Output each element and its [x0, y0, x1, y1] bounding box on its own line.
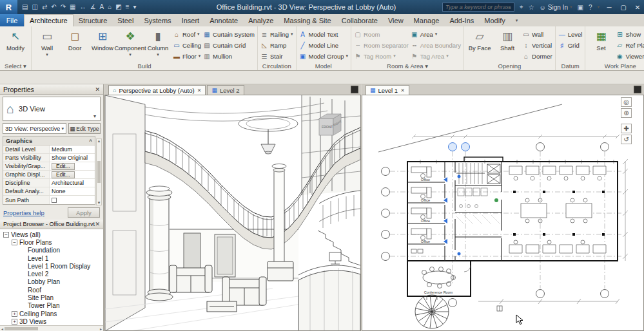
- select-panel-label[interactable]: Select ▾: [0, 62, 31, 70]
- tree-item-lobby-plan[interactable]: Lobby Plan: [1, 278, 102, 286]
- collapse-icon[interactable]: −: [3, 232, 9, 238]
- text-icon[interactable]: A: [100, 0, 104, 14]
- pan-icon[interactable]: ✚: [621, 124, 632, 133]
- tab-level-1[interactable]: ▦ Level 1 ✕: [366, 85, 409, 95]
- restore-button[interactable]: ▢: [619, 4, 628, 11]
- model-line-button[interactable]: ╱Model Line: [299, 41, 348, 50]
- roof-button[interactable]: ⌂Roof▾: [173, 30, 201, 39]
- measure-icon[interactable]: ↔: [80, 0, 86, 14]
- close-tab-icon[interactable]: ✕: [197, 88, 202, 93]
- close-icon[interactable]: ✕: [95, 221, 100, 227]
- room-button[interactable]: ▢Room: [354, 30, 409, 39]
- expand-icon[interactable]: +: [12, 319, 17, 325]
- scroll-right-icon[interactable]: ▸: [100, 326, 102, 331]
- scroll-left-icon[interactable]: ◂: [1, 326, 3, 331]
- edit-type-button[interactable]: ▦ Edit Type: [68, 123, 101, 134]
- tab-insert[interactable]: Insert: [177, 14, 205, 26]
- open-icon[interactable]: ▤: [22, 0, 28, 14]
- close-icon[interactable]: ✕: [95, 86, 100, 93]
- area-button[interactable]: ▣Area▾: [411, 30, 461, 39]
- dormer-button[interactable]: ⌂Dormer: [522, 52, 552, 61]
- by-face-button[interactable]: ▱ By Face: [467, 28, 493, 62]
- project-browser-hscrollbar[interactable]: ◂ ▸: [0, 325, 103, 331]
- help-search-input[interactable]: [442, 3, 514, 12]
- revit-logo[interactable]: R: [0, 0, 17, 14]
- save-icon[interactable]: ◫: [32, 0, 37, 14]
- close-tab-icon[interactable]: ✕: [400, 88, 405, 93]
- scrollbar-thumb[interactable]: [97, 161, 101, 183]
- navigation-wheel-icon[interactable]: ◎: [621, 97, 632, 107]
- app-store-icon[interactable]: ▣: [577, 4, 583, 11]
- wall-opening-button[interactable]: ▭Wall: [522, 30, 552, 39]
- view-list-button[interactable]: [634, 86, 641, 93]
- customize-qat-icon[interactable]: ▾: [133, 0, 137, 14]
- tree-item-ceiling-plans[interactable]: +Ceiling Plans: [1, 310, 102, 317]
- show-button[interactable]: ⊞Show: [616, 30, 644, 39]
- property-value[interactable]: Medium: [50, 146, 95, 153]
- properties-scrollbar[interactable]: ▲ ▼: [96, 138, 102, 205]
- property-value[interactable]: Show Original: [50, 154, 95, 162]
- close-button[interactable]: ✕: [633, 4, 642, 11]
- tree-item-3d-views[interactable]: +3D Views: [1, 317, 102, 325]
- tree-item-roof[interactable]: Roof: [1, 286, 102, 294]
- tab-analyze[interactable]: Analyze: [243, 14, 278, 26]
- tab-perspective-at-lobby[interactable]: ⌂ Perspective at Lobby (Auto) ✕: [108, 85, 206, 95]
- tree-item-site-plan[interactable]: Site Plan: [1, 294, 102, 301]
- zoom-icon[interactable]: ⊕: [621, 108, 632, 118]
- collapse-caret-icon[interactable]: ˄: [89, 138, 92, 144]
- level-button[interactable]: —Level: [558, 30, 583, 39]
- chevron-down-icon[interactable]: ▾: [93, 113, 97, 120]
- modify-button[interactable]: ↖ Modify: [3, 28, 28, 62]
- tab-architecture[interactable]: Architecture: [24, 14, 73, 26]
- viewer-button[interactable]: ◉Viewer: [616, 52, 644, 61]
- grid-button[interactable]: ♯Grid: [558, 41, 583, 50]
- section-icon[interactable]: ◩: [115, 0, 121, 14]
- tab-view[interactable]: View: [383, 14, 409, 26]
- scroll-up-icon[interactable]: ▲: [97, 139, 101, 143]
- help-chevron-icon[interactable]: ▾: [597, 5, 600, 10]
- tree-item-level-2[interactable]: Level 2: [1, 270, 102, 278]
- help-icon[interactable]: ?: [589, 4, 592, 11]
- property-value[interactable]: Architectural: [50, 179, 95, 187]
- default-3d-view-icon[interactable]: ⌂: [108, 0, 112, 14]
- favorites-star-icon[interactable]: ☆: [529, 4, 534, 11]
- redo-icon[interactable]: ↷: [61, 0, 66, 14]
- room-area-panel-label[interactable]: Room & Area ▾: [351, 62, 463, 70]
- ramp-button[interactable]: ◺Ramp: [260, 41, 293, 50]
- tab-annotate[interactable]: Annotate: [204, 14, 243, 26]
- curtain-system-button[interactable]: ▦Curtain System: [203, 30, 255, 39]
- tree-item-tower-plan[interactable]: Tower Plan: [1, 302, 102, 310]
- ribbon-collapse-icon[interactable]: ▾: [511, 14, 523, 26]
- minimize-button[interactable]: ─: [605, 4, 614, 11]
- properties-header[interactable]: Properties ✕: [0, 84, 103, 95]
- ref-plane-button[interactable]: ▱Ref Plane: [616, 41, 644, 50]
- edit-button[interactable]: Edit...: [52, 171, 75, 178]
- view-list-button[interactable]: [351, 86, 358, 93]
- tab-addins[interactable]: Add-Ins: [444, 14, 479, 26]
- column-button[interactable]: ▮ Column ▾: [145, 28, 171, 62]
- project-browser-header[interactable]: Project Browser - Office Building.rvt ✕: [0, 220, 103, 229]
- undo-icon[interactable]: ↶: [51, 0, 56, 14]
- type-selector[interactable]: ⌂ 3D View ▾: [3, 97, 101, 121]
- tab-steel[interactable]: Steel: [112, 14, 139, 26]
- model-text-button[interactable]: AModel Text: [299, 30, 348, 39]
- tab-massing-site[interactable]: Massing & Site: [278, 14, 336, 26]
- apply-button[interactable]: Apply: [68, 207, 100, 218]
- tag-area-button[interactable]: ⚑Tag Area▾: [411, 52, 461, 61]
- tab-collaborate[interactable]: Collaborate: [337, 14, 383, 26]
- component-button[interactable]: ❖ Component ▾: [117, 28, 143, 62]
- file-menu-button[interactable]: File: [0, 14, 24, 26]
- search-icon[interactable]: ⌖: [520, 3, 523, 11]
- properties-help-link[interactable]: Properties help: [3, 209, 44, 216]
- shaft-button[interactable]: ▥ Shaft: [494, 28, 520, 62]
- window-button[interactable]: ⊞ Window: [90, 28, 115, 62]
- tab-structure[interactable]: Structure: [73, 14, 113, 26]
- tree-item-level-1-room-display[interactable]: Level 1 Room Display: [1, 262, 102, 270]
- sync-icon[interactable]: ⇄: [42, 0, 47, 14]
- stair-button[interactable]: ☰Stair: [260, 52, 293, 61]
- expand-icon[interactable]: +: [12, 311, 17, 317]
- sign-in-button[interactable]: ☺ Sign In ▾: [540, 4, 572, 11]
- tab-systems[interactable]: Systems: [139, 14, 176, 26]
- graphics-group-header[interactable]: Graphics˄: [3, 137, 95, 146]
- edit-button[interactable]: Edit...: [52, 163, 75, 170]
